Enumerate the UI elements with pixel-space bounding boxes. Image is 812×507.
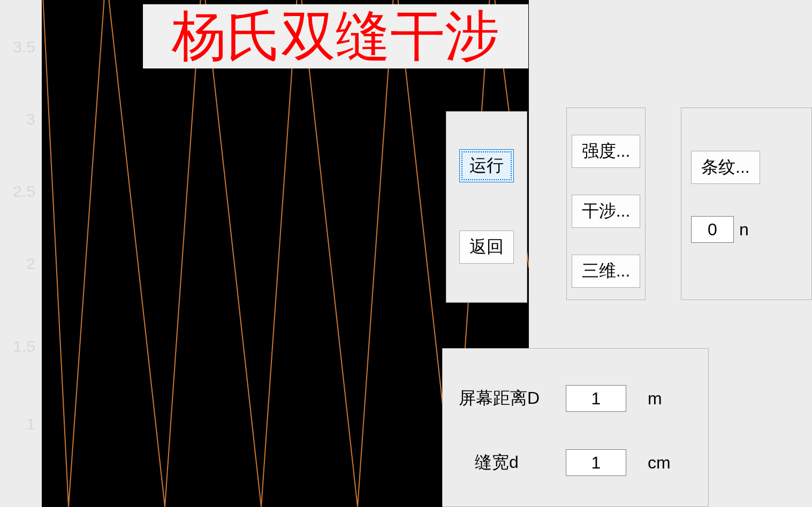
slit-width-input[interactable] — [566, 449, 626, 476]
y-tick-label: 2 — [26, 255, 35, 273]
y-tick-label: 2.5 — [13, 182, 35, 201]
view-panel: 强度... 干涉... 三维... — [566, 107, 646, 300]
params-panel: 屏幕距离D m 缝宽d cm — [442, 348, 709, 507]
fringe-button[interactable]: 条纹... — [691, 151, 760, 184]
run-button[interactable]: 运行 — [459, 149, 514, 182]
screen-distance-label: 屏幕距离D — [459, 387, 566, 410]
fringe-panel: 条纹... n — [681, 107, 812, 300]
y-axis: 3.5 3 2.5 2 1.5 1 — [0, 0, 42, 507]
screen-distance-input[interactable] — [566, 385, 626, 412]
fringe-value-input[interactable] — [691, 216, 734, 243]
page-title: 杨氏双缝干涉 — [172, 9, 499, 64]
y-tick-label: 1 — [26, 415, 35, 433]
title-box: 杨氏双缝干涉 — [143, 4, 528, 68]
y-tick-label: 3.5 — [13, 38, 35, 56]
intensity-button[interactable]: 强度... — [572, 135, 641, 168]
slit-width-unit: cm — [648, 453, 671, 473]
interference-button[interactable]: 干涉... — [572, 195, 641, 228]
y-tick-label: 1.5 — [13, 337, 35, 356]
run-panel: 运行 返回 — [446, 111, 527, 303]
fringe-unit-label: n — [739, 220, 749, 240]
back-button[interactable]: 返回 — [459, 231, 514, 264]
slit-width-label: 缝宽d — [459, 451, 566, 474]
y-tick-label: 3 — [26, 110, 35, 128]
screen-distance-unit: m — [648, 389, 662, 409]
threed-button[interactable]: 三维... — [572, 255, 641, 288]
